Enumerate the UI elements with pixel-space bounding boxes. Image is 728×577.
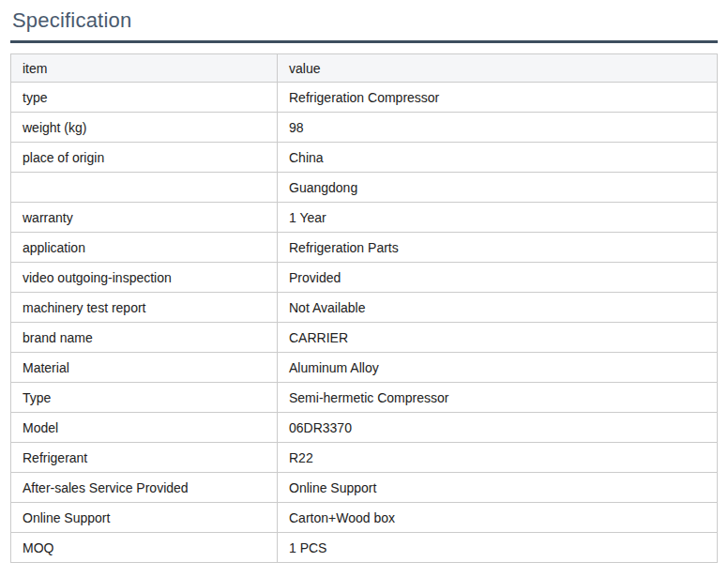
item-cell: After-sales Service Provided [11, 473, 278, 503]
table-row: TypeSemi-hermetic Compressor [11, 383, 718, 413]
item-cell: brand name [11, 323, 278, 353]
table-row: typeRefrigeration Compressor [11, 83, 718, 113]
item-cell: warranty [11, 203, 278, 233]
table-header-row: item value [11, 54, 718, 83]
table-row: MaterialAluminum Alloy [11, 353, 718, 383]
item-cell: weight (kg) [11, 113, 278, 143]
column-header-value: value [278, 54, 718, 83]
column-header-item: item [11, 54, 278, 83]
title-divider [10, 40, 718, 43]
item-cell: machinery test report [11, 293, 278, 323]
item-cell: application [11, 233, 278, 263]
value-cell: Semi-hermetic Compressor [278, 383, 718, 413]
item-cell: MOQ [11, 533, 278, 563]
table-row: video outgoing-inspectionProvided [11, 263, 718, 293]
value-cell: China [278, 143, 718, 173]
page-title: Specification [10, 0, 718, 35]
table-row: After-sales Service ProvidedOnline Suppo… [11, 473, 718, 503]
value-cell: Online Support [278, 473, 718, 503]
table-row: machinery test reportNot Available [11, 293, 718, 323]
item-cell: video outgoing-inspection [11, 263, 278, 293]
value-cell: 98 [278, 113, 718, 143]
table-row: warranty1 Year [11, 203, 718, 233]
table-row: RefrigerantR22 [11, 443, 718, 473]
value-cell: Carton+Wood box [278, 503, 718, 533]
table-row: place of originChina [11, 143, 718, 173]
table-row: MOQ1 PCS [11, 533, 718, 563]
value-cell: Aluminum Alloy [278, 353, 718, 383]
table-row: brand nameCARRIER [11, 323, 718, 353]
item-cell: Model [11, 413, 278, 443]
value-cell: R22 [278, 443, 718, 473]
table-row: Guangdong [11, 173, 718, 203]
specification-table: item value typeRefrigeration Compressorw… [10, 53, 718, 563]
item-cell: Type [11, 383, 278, 413]
value-cell: Not Available [278, 293, 718, 323]
value-cell: 1 Year [278, 203, 718, 233]
item-cell: type [11, 83, 278, 113]
value-cell: 1 PCS [278, 533, 718, 563]
value-cell: Guangdong [278, 173, 718, 203]
table-row: Model06DR3370 [11, 413, 718, 443]
item-cell: place of origin [11, 143, 278, 173]
item-cell [11, 173, 278, 203]
value-cell: Provided [278, 263, 718, 293]
item-cell: Online Support [11, 503, 278, 533]
value-cell: Refrigeration Compressor [278, 83, 718, 113]
table-row: Online SupportCarton+Wood box [11, 503, 718, 533]
value-cell: Refrigeration Parts [278, 233, 718, 263]
value-cell: 06DR3370 [278, 413, 718, 443]
item-cell: Material [11, 353, 278, 383]
value-cell: CARRIER [278, 323, 718, 353]
table-row: applicationRefrigeration Parts [11, 233, 718, 263]
item-cell: Refrigerant [11, 443, 278, 473]
table-body: typeRefrigeration Compressorweight (kg)9… [11, 83, 718, 563]
table-row: weight (kg)98 [11, 113, 718, 143]
specification-section: Specification item value typeRefrigerati… [0, 0, 728, 563]
